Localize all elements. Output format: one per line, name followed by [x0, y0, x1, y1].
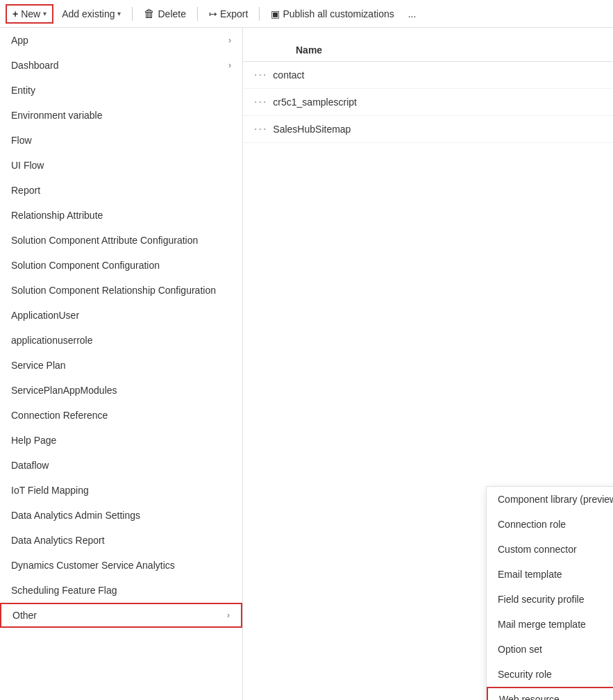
table-row: ··· cr5c1_samplescript — [243, 89, 613, 116]
sub-menu-item-option-set[interactable]: Option set — [487, 637, 613, 662]
menu-item-scrc[interactable]: Solution Component Relationship Configur… — [0, 278, 242, 303]
menu-item-scheduling-feature-label: Scheduling Feature Flag — [11, 585, 117, 596]
menu-item-app-label: App — [11, 35, 28, 46]
menu-item-iot-field-mapping[interactable]: IoT Field Mapping — [0, 478, 242, 503]
row-name-2: cr5c1_samplescript — [273, 97, 357, 108]
sub-menu-item-custom-connector-label: Custom connector — [498, 544, 577, 555]
menu-item-app-chevron: › — [228, 35, 231, 45]
menu-item-dataflow[interactable]: Dataflow — [0, 453, 242, 478]
menu-item-dynamics-analytics[interactable]: Dynamics Customer Service Analytics — [0, 553, 242, 578]
sub-menu-item-component-library[interactable]: Component library (preview) — [487, 487, 613, 512]
menu-item-scc-label: Solution Component Configuration — [11, 260, 160, 271]
toolbar-divider-2 — [197, 7, 198, 21]
row-name-1: contact — [273, 69, 304, 81]
add-existing-chevron-icon: ▾ — [117, 10, 121, 17]
menu-item-dashboard-label: Dashboard — [11, 60, 59, 71]
menu-item-dashboard-chevron: › — [228, 60, 231, 70]
menu-item-help-page-label: Help Page — [11, 435, 56, 446]
menu-item-dynamics-analytics-label: Dynamics Customer Service Analytics — [11, 560, 175, 571]
toolbar-divider-1 — [132, 7, 133, 21]
menu-item-env-variable-label: Environment variable — [11, 110, 103, 121]
table-header: Name — [243, 39, 613, 62]
sub-menu-item-security-role[interactable]: Security role — [487, 662, 613, 687]
menu-item-ui-flow-label: UI Flow — [11, 160, 44, 171]
menu-item-appuserrole[interactable]: applicationuserrole — [0, 328, 242, 353]
menu-item-relationship-attribute-label: Relationship Attribute — [11, 210, 103, 221]
row-dots-2[interactable]: ··· — [254, 96, 267, 108]
publish-button[interactable]: ▣ Publish all customizations — [265, 6, 399, 22]
toolbar-divider-3 — [259, 7, 260, 21]
menu-item-appuser[interactable]: ApplicationUser — [0, 303, 242, 328]
sub-menu-item-field-security-profile-label: Field security profile — [498, 594, 585, 605]
menu-item-help-page[interactable]: Help Page — [0, 428, 242, 453]
sub-menu-item-connection-role[interactable]: Connection role — [487, 512, 613, 537]
sub-menu-item-email-template[interactable]: Email template — [487, 562, 613, 587]
more-button[interactable]: ... — [403, 6, 422, 22]
menu-item-other-chevron: › — [227, 610, 230, 620]
add-existing-label: Add existing — [62, 8, 115, 19]
delete-icon: 🗑 — [144, 8, 155, 20]
menu-item-appuserrole-label: applicationuserrole — [11, 335, 93, 346]
menu-item-data-analytics-admin-label: Data Analytics Admin Settings — [11, 510, 140, 521]
menu-item-service-plan-appmodules[interactable]: ServicePlanAppModules — [0, 378, 242, 403]
menu-item-scc[interactable]: Solution Component Configuration — [0, 253, 242, 278]
menu-item-entity[interactable]: Entity — [0, 78, 242, 103]
row-dots-1[interactable]: ··· — [254, 69, 267, 81]
menu-item-other[interactable]: Other › — [0, 603, 242, 628]
sub-menu-item-option-set-label: Option set — [498, 644, 542, 655]
new-label: New — [21, 8, 40, 19]
menu-item-data-analytics-admin[interactable]: Data Analytics Admin Settings — [0, 503, 242, 528]
sub-menu-item-web-resource[interactable]: Web resource — [487, 687, 613, 700]
new-chevron-icon: ▾ — [43, 10, 47, 17]
menu-item-relationship-attribute[interactable]: Relationship Attribute — [0, 203, 242, 228]
row-name-3: SalesHubSitemap — [273, 124, 351, 135]
delete-button[interactable]: 🗑 Delete — [138, 5, 191, 23]
new-button[interactable]: + New ▾ — [6, 4, 53, 24]
publish-label: Publish all customizations — [283, 8, 394, 19]
menu-item-service-plan-label: Service Plan — [11, 360, 66, 371]
menu-item-connection-reference[interactable]: Connection Reference — [0, 403, 242, 428]
left-menu: App › Dashboard › Entity Environment var… — [0, 28, 243, 700]
menu-item-other-label: Other — [12, 610, 37, 621]
right-content: Name ··· contact ··· cr5c1_samplescript … — [243, 28, 613, 700]
table-row: ··· contact — [243, 62, 613, 89]
export-label: Export — [220, 8, 248, 19]
sub-menu-item-mail-merge-template[interactable]: Mail merge template — [487, 612, 613, 637]
menu-item-scac-label: Solution Component Attribute Configurati… — [11, 235, 198, 246]
toolbar: + New ▾ Add existing ▾ 🗑 Delete ↦ Export… — [0, 0, 613, 28]
menu-item-appuser-label: ApplicationUser — [11, 310, 79, 321]
menu-item-flow-label: Flow — [11, 135, 32, 146]
main-area: App › Dashboard › Entity Environment var… — [0, 28, 613, 700]
table-row: ··· SalesHubSitemap — [243, 116, 613, 143]
column-name-header: Name — [296, 44, 322, 56]
menu-item-entity-label: Entity — [11, 85, 35, 96]
publish-icon: ▣ — [271, 8, 280, 19]
plus-icon: + — [12, 8, 18, 19]
menu-item-report-label: Report — [11, 185, 40, 196]
table-area: Name ··· contact ··· cr5c1_samplescript … — [243, 28, 613, 154]
menu-item-report[interactable]: Report — [0, 178, 242, 203]
menu-item-service-plan[interactable]: Service Plan — [0, 353, 242, 378]
add-existing-button[interactable]: Add existing ▾ — [56, 6, 126, 22]
menu-item-app[interactable]: App › — [0, 28, 242, 53]
sub-menu-item-mail-merge-template-label: Mail merge template — [498, 619, 586, 630]
menu-item-env-variable[interactable]: Environment variable — [0, 103, 242, 128]
menu-item-data-analytics-report-label: Data Analytics Report — [11, 535, 105, 546]
menu-item-scheduling-feature[interactable]: Scheduling Feature Flag — [0, 578, 242, 603]
delete-label: Delete — [158, 8, 185, 19]
menu-item-data-analytics-report[interactable]: Data Analytics Report — [0, 528, 242, 553]
row-dots-3[interactable]: ··· — [254, 123, 267, 135]
more-label: ... — [408, 8, 417, 19]
sub-menu-other: Component library (preview) Connection r… — [486, 486, 613, 700]
menu-item-dashboard[interactable]: Dashboard › — [0, 53, 242, 78]
menu-item-flow[interactable]: Flow — [0, 128, 242, 153]
sub-menu-item-connection-role-label: Connection role — [498, 519, 566, 530]
export-button[interactable]: ↦ Export — [203, 6, 253, 22]
menu-item-scac[interactable]: Solution Component Attribute Configurati… — [0, 228, 242, 253]
sub-menu-item-security-role-label: Security role — [498, 669, 552, 680]
sub-menu-item-custom-connector[interactable]: Custom connector — [487, 537, 613, 562]
menu-item-service-plan-appmodules-label: ServicePlanAppModules — [11, 385, 117, 396]
sub-menu-item-field-security-profile[interactable]: Field security profile — [487, 587, 613, 612]
sub-menu-item-component-library-label: Component library (preview) — [498, 494, 613, 505]
menu-item-ui-flow[interactable]: UI Flow — [0, 153, 242, 178]
